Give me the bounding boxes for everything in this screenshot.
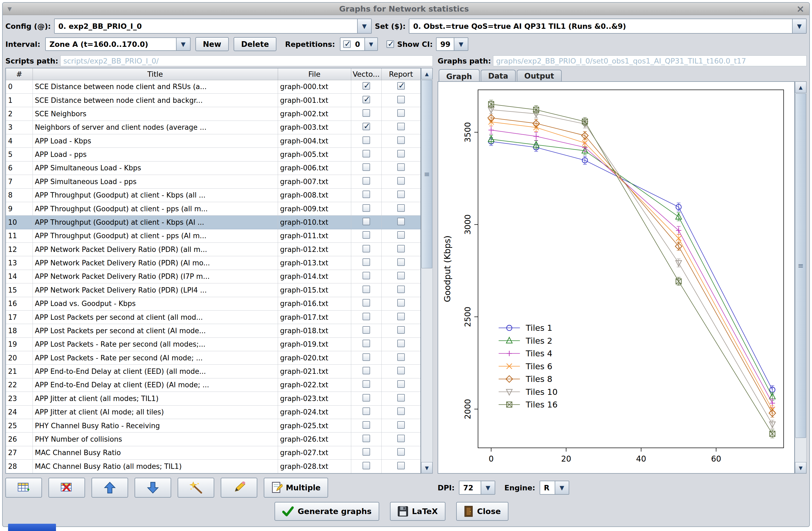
report-checkbox[interactable] [397, 150, 405, 157]
table-row[interactable]: 11 APP Throughput (Goodput) at client - … [6, 229, 421, 243]
vector-checkbox[interactable] [363, 96, 370, 103]
vector-checkbox[interactable] [363, 299, 370, 306]
table-row[interactable]: 15 APP Network Packet Delivery Ratio (PD… [6, 283, 421, 297]
report-checkbox[interactable] [397, 286, 405, 293]
column-header[interactable]: # [6, 68, 32, 80]
table-row[interactable]: 3 Neighbors of server and client nodes (… [6, 120, 421, 134]
table-row[interactable]: 18 APP Lost Packets per second at client… [6, 324, 421, 338]
move-up-button[interactable] [91, 478, 128, 498]
report-checkbox[interactable] [397, 313, 405, 320]
new-interval-button[interactable]: New [195, 37, 229, 51]
graphs-path-field[interactable]: graphs/exp2_BB_PRIO_I_0/set0_obs1_qos1_A… [493, 55, 807, 66]
report-checkbox[interactable] [397, 272, 405, 279]
vector-checkbox[interactable] [363, 462, 370, 469]
report-checkbox[interactable] [397, 448, 405, 456]
scrollbar-thumb[interactable]: ≡ [421, 80, 432, 268]
vector-checkbox[interactable] [363, 313, 370, 320]
table-row[interactable]: 7 APP Simultaneous Load - pps graph-007.… [6, 175, 421, 188]
report-checkbox[interactable] [397, 82, 405, 90]
edit-button[interactable] [221, 478, 257, 498]
report-checkbox[interactable] [397, 394, 405, 402]
column-header[interactable]: Report [381, 68, 421, 80]
repetitions-checkbox[interactable] [343, 40, 351, 48]
table-row[interactable]: 5 APP Load - pps graph-005.txt [6, 148, 421, 161]
delete-interval-button[interactable]: Delete [234, 37, 276, 51]
report-checkbox[interactable] [397, 163, 405, 171]
table-row[interactable]: 8 APP Throughput (Goodput) at client - K… [6, 188, 421, 202]
tab-output[interactable]: Output [517, 70, 562, 81]
chevron-down-icon[interactable]: ▼ [357, 19, 371, 33]
table-row[interactable]: 17 APP Lost Packets per second at client… [6, 310, 421, 324]
edit-multiple-button[interactable]: Multiple [264, 478, 328, 498]
report-checkbox[interactable] [397, 299, 405, 306]
table-row[interactable]: 2 SCE Neighbors graph-002.txt [6, 107, 421, 120]
report-checkbox[interactable] [397, 245, 405, 253]
report-checkbox[interactable] [397, 109, 405, 117]
table-row[interactable]: 27 MAC Channel Busy Ratio graph-027.txt [6, 446, 421, 459]
latex-button[interactable]: LaTeX [390, 502, 446, 521]
table-row[interactable]: 26 PHY Number of collisions graph-026.tx… [6, 432, 421, 446]
table-row[interactable]: 6 APP Simultaneous Load - Kbps graph-006… [6, 161, 421, 175]
table-row[interactable]: 13 APP Network Packet Delivery Ratio (PD… [6, 256, 421, 270]
chevron-down-icon[interactable]: ▼ [454, 38, 468, 50]
report-checkbox[interactable] [397, 204, 405, 212]
report-checkbox[interactable] [397, 407, 405, 415]
table-row[interactable]: 23 APP Jitter at client (all modes; TIL1… [6, 392, 421, 405]
report-checkbox[interactable] [397, 190, 405, 198]
table-row[interactable]: 19 APP Lost Packets - Rate per second (a… [6, 338, 421, 351]
scrollbar-track[interactable]: ≡ [795, 93, 806, 462]
report-checkbox[interactable] [397, 367, 405, 374]
vector-checkbox[interactable] [363, 367, 370, 374]
vector-checkbox[interactable] [363, 150, 370, 157]
scripts-path-field[interactable]: scripts/exp2_BB_PRIO_I_0/ [60, 55, 433, 66]
scrollbar-thumb[interactable]: ≡ [795, 94, 806, 438]
table-row[interactable]: 25 PHY Channel Busy Ratio - Receiving gr… [6, 419, 421, 432]
ci-combobox[interactable]: 99 ▼ [436, 38, 468, 51]
report-checkbox[interactable] [397, 353, 405, 361]
vector-checkbox[interactable] [363, 218, 370, 225]
vector-checkbox[interactable] [363, 190, 370, 198]
table-row[interactable]: 16 APP Load vs. Goodput - Kbps graph-016… [6, 297, 421, 310]
show-ci-checkbox[interactable] [387, 40, 394, 48]
report-checkbox[interactable] [397, 123, 405, 130]
vector-checkbox[interactable] [363, 231, 370, 239]
chevron-down-icon[interactable]: ▼ [555, 481, 569, 494]
scroll-down-icon[interactable]: ▼ [421, 462, 433, 473]
window-close-icon[interactable]: × [796, 5, 804, 13]
column-header[interactable]: Vecto... [351, 68, 381, 80]
table-row[interactable]: 10 APP Throughput (Goodput) at client - … [6, 216, 421, 229]
report-checkbox[interactable] [397, 231, 405, 239]
wizard-button[interactable] [178, 478, 214, 498]
report-checkbox[interactable] [397, 462, 405, 469]
engine-combobox[interactable]: R ▼ [540, 481, 569, 495]
table-row[interactable]: 1 SCE Distance between node client and b… [6, 94, 421, 107]
vector-checkbox[interactable] [363, 448, 370, 456]
report-checkbox[interactable] [397, 340, 405, 347]
vector-checkbox[interactable] [363, 204, 370, 212]
window-menu-icon[interactable]: ▼ [8, 6, 12, 12]
vector-checkbox[interactable] [363, 394, 370, 402]
report-checkbox[interactable] [397, 326, 405, 334]
table-row[interactable]: 12 APP Network Packet Delivery Ratio (PD… [6, 243, 421, 256]
vector-checkbox[interactable] [363, 326, 370, 334]
config-combobox[interactable]: 0. exp2_BB_PRIO_I_0 ▼ [54, 18, 372, 34]
vector-checkbox[interactable] [363, 137, 370, 144]
generate-graphs-button[interactable]: Generate graphs [275, 502, 379, 521]
vector-checkbox[interactable] [363, 82, 370, 90]
report-checkbox[interactable] [397, 218, 405, 225]
chevron-down-icon[interactable]: ▼ [176, 38, 190, 50]
vector-checkbox[interactable] [363, 435, 370, 442]
move-down-button[interactable] [134, 478, 171, 498]
set-combobox[interactable]: 0. Obst.=true QoS=true AI QP31 TIL1 (Run… [409, 18, 807, 34]
title-bar[interactable]: ▼ Graphs for Network statistics × [3, 3, 809, 15]
table-scrollbar[interactable]: ▲ ≡ ▼ [421, 68, 433, 474]
report-checkbox[interactable] [397, 435, 405, 442]
tab-data[interactable]: Data [481, 70, 516, 81]
delete-graph-button[interactable] [48, 478, 85, 498]
interval-combobox[interactable]: Zone A (t=160.0..170.0) ▼ [45, 38, 191, 51]
table-row[interactable]: 24 APP Jitter at client (AI mode; all ti… [6, 405, 421, 419]
report-checkbox[interactable] [397, 96, 405, 103]
table-row[interactable]: 9 APP Throughput (Goodput) at client - p… [6, 202, 421, 215]
tab-graph[interactable]: Graph [439, 69, 480, 82]
vector-checkbox[interactable] [363, 353, 370, 361]
